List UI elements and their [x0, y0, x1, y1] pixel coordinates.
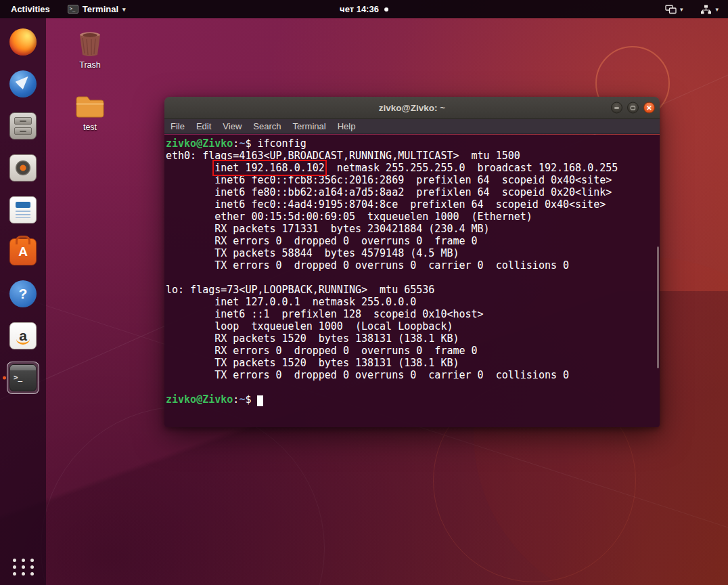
dock-item-files[interactable] — [7, 110, 39, 142]
terminal-text: eth0: flags=4163<UP,BROADCAST,RUNNING,MU… — [166, 150, 520, 162]
terminal-line: RX errors 0 dropped 0 overruns 0 frame 0 — [166, 345, 660, 357]
screen-share-indicator[interactable]: ▾ — [665, 5, 683, 14]
terminal-cursor — [257, 395, 263, 406]
terminal-window: zivko@Zivko: ~ ✕ File Edit View Search T… — [164, 97, 660, 427]
terminal-output[interactable]: zivko@Zivko:~$ ifconfigeth0: flags=4163<… — [164, 135, 660, 427]
terminal-text: inet6 fec0::4ad4:9195:8704:8ce prefixlen… — [166, 198, 606, 211]
menu-view[interactable]: View — [223, 121, 242, 131]
terminal-text: TX errors 0 dropped 0 overruns 0 carrier… — [166, 259, 569, 272]
system-menu[interactable]: ▾ — [700, 5, 719, 14]
clock-menu[interactable]: чет 14:36 — [340, 0, 388, 18]
dock: A ? a >_ — [0, 18, 46, 585]
terminal-line: lo: flags=73<UP,LOOPBACK,RUNNING> mtu 65… — [166, 284, 660, 296]
terminal-line: RX packets 171331 bytes 230421884 (230.4… — [166, 223, 660, 235]
chevron-down-icon: ▾ — [715, 6, 719, 13]
terminal-text: $ — [245, 393, 257, 406]
terminal-line: zivko@Zivko:~$ — [166, 393, 660, 406]
terminal-line: inet 192.168.0.102 netmask 255.255.255.0… — [166, 162, 660, 174]
amazon-icon: a — [9, 322, 37, 349]
writer-document-icon — [9, 196, 37, 223]
terminal-text: TX packets 58844 bytes 4579148 (4.5 MB) — [166, 247, 459, 259]
dock-item-libreoffice-writer[interactable] — [7, 194, 39, 226]
terminal-line: inet6 fec0::4ad4:9195:8704:8ce prefixlen… — [166, 198, 660, 211]
terminal-text: RX errors 0 dropped 0 overruns 0 frame 0 — [166, 235, 478, 247]
desktop: Activities >_ Terminal ▾ чет 14:36 ▾ — [0, 0, 728, 585]
terminal-text: zivko@Zivko — [166, 393, 233, 406]
terminal-line: TX errors 0 dropped 0 overruns 0 carrier… — [166, 259, 660, 272]
help-glyph: ? — [19, 286, 28, 302]
notification-dot-icon — [384, 7, 388, 12]
chevron-down-icon: ▾ — [122, 6, 126, 13]
terminal-line: TX packets 58844 bytes 4579148 (4.5 MB) — [166, 247, 660, 259]
clock-label: чет 14:36 — [340, 4, 379, 14]
terminal-text: ether 00:15:5d:00:69:05 txqueuelen 1000 … — [166, 211, 532, 223]
desktop-icon-trash[interactable]: Trash — [66, 28, 114, 70]
terminal-line: TX errors 0 dropped 0 overruns 0 carrier… — [166, 369, 660, 381]
menu-edit[interactable]: Edit — [196, 121, 211, 131]
show-applications-button[interactable] — [12, 555, 35, 578]
software-letter: A — [18, 244, 28, 259]
amazon-glyph: a — [19, 328, 27, 344]
dock-item-thunderbird[interactable] — [7, 68, 39, 100]
terminal-text: TX packets 1520 bytes 138131 (138.1 KB) — [166, 357, 459, 369]
terminal-line: TX packets 1520 bytes 138131 (138.1 KB) — [166, 357, 660, 369]
terminal-menubar: File Edit View Search Terminal Help — [164, 119, 660, 134]
terminal-line: RX packets 1520 bytes 138131 (138.1 KB) — [166, 332, 660, 345]
help-question-icon: ? — [9, 280, 37, 307]
menu-help[interactable]: Help — [338, 121, 356, 131]
terminal-text: lo: flags=73<UP,LOOPBACK,RUNNING> mtu 65… — [166, 284, 434, 296]
app-menu[interactable]: >_ Terminal ▾ — [64, 0, 130, 18]
screen-share-icon — [665, 5, 677, 14]
terminal-text: inet6 fec0::fcb8:356c:2016:2869 prefixle… — [166, 174, 612, 186]
terminal-text: zivko@Zivko — [166, 137, 233, 150]
terminal-line: inet6 ::1 prefixlen 128 scopeid 0x10<hos… — [166, 308, 660, 320]
wallpaper-decor — [41, 406, 325, 585]
close-button[interactable]: ✕ — [643, 102, 655, 114]
minimize-button[interactable] — [611, 102, 622, 114]
terminal-line: inet6 fec0::fcb8:356c:2016:2869 prefixle… — [166, 174, 660, 186]
terminal-icon: >_ — [9, 364, 37, 391]
maximize-button[interactable] — [627, 102, 639, 114]
file-cabinet-icon — [9, 112, 37, 139]
minimize-icon — [614, 107, 619, 108]
network-tree-icon — [700, 5, 712, 14]
window-titlebar[interactable]: zivko@Zivko: ~ ✕ — [164, 97, 660, 119]
terminal-text: loop txqueuelen 1000 (Local Loopback) — [166, 320, 453, 332]
terminal-line: inet 127.0.0.1 netmask 255.0.0.0 — [166, 296, 660, 308]
terminal-text: RX errors 0 dropped 0 overruns 0 frame 0 — [166, 345, 478, 357]
terminal-text: TX errors 0 dropped 0 overruns 0 carrier… — [166, 369, 569, 381]
firefox-icon — [9, 28, 37, 56]
speaker-icon — [9, 154, 37, 181]
dock-item-ubuntu-software[interactable]: A — [7, 236, 39, 268]
thunderbird-icon — [9, 70, 37, 98]
app-menu-label: Terminal — [83, 4, 118, 14]
terminal-scrollbar[interactable] — [657, 246, 659, 368]
desktop-icon-label: test — [83, 123, 97, 132]
software-bag-icon: A — [9, 238, 37, 265]
terminal-line: loop txqueuelen 1000 (Local Loopback) — [166, 320, 660, 332]
window-title: zivko@Zivko: ~ — [379, 103, 445, 113]
terminal-text: RX packets 171331 bytes 230421884 (230.4… — [166, 223, 490, 235]
dock-item-firefox[interactable] — [7, 26, 39, 58]
dock-item-terminal[interactable]: >_ — [7, 362, 39, 394]
desktop-icon-test-folder[interactable]: test — [66, 93, 114, 132]
terminal-text: inet6 fe80::bb62:a164:a7d5:8aa2 prefixle… — [166, 186, 612, 198]
trash-icon — [76, 28, 104, 58]
menu-search[interactable]: Search — [253, 121, 281, 131]
activities-button[interactable]: Activities — [7, 0, 54, 18]
close-icon: ✕ — [646, 104, 652, 111]
dock-item-help[interactable]: ? — [7, 278, 39, 310]
terminal-line: ether 00:15:5d:00:69:05 txqueuelen 1000 … — [166, 211, 660, 223]
terminal-text — [166, 162, 214, 174]
dock-item-amazon[interactable]: a — [7, 320, 39, 352]
menu-terminal[interactable]: Terminal — [293, 121, 326, 131]
chevron-down-icon: ▾ — [680, 6, 683, 13]
terminal-line: eth0: flags=4163<UP,BROADCAST,RUNNING,MU… — [166, 150, 660, 162]
terminal-text: inet6 ::1 prefixlen 128 scopeid 0x10<hos… — [166, 308, 484, 320]
dock-item-rhythmbox[interactable] — [7, 152, 39, 184]
terminal-line — [166, 272, 660, 284]
terminal-text: inet 127.0.0.1 netmask 255.0.0.0 — [166, 296, 416, 308]
menu-file[interactable]: File — [170, 121, 185, 131]
terminal-line: inet6 fe80::bb62:a164:a7d5:8aa2 prefixle… — [166, 186, 660, 198]
desktop-icon-label: Trash — [79, 60, 101, 70]
